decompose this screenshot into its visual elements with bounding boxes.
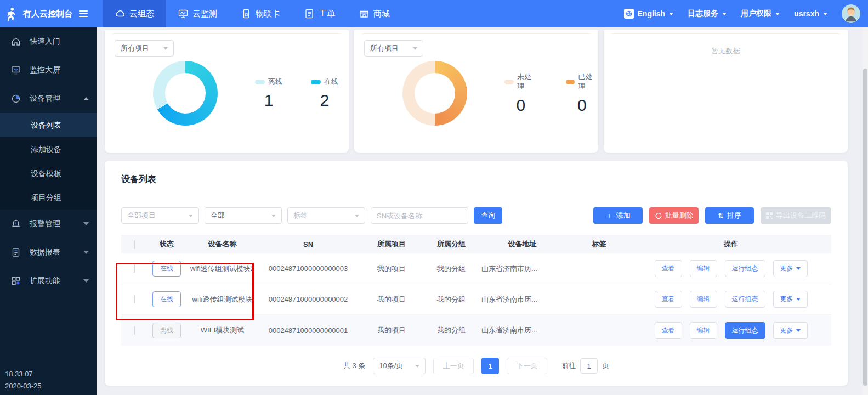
clock-time: 18:33:07 [5,368,42,380]
device-name: WIFI模块测试 [186,325,259,335]
col-sn: SN [259,240,358,249]
run-scada-button[interactable]: 运行组态 [725,291,765,308]
tab-cloud-scada[interactable]: 云组态 [103,0,166,27]
prev-page-button[interactable]: 上一页 [433,358,474,374]
legend-item-unhandled: 未处理 0 [504,72,537,115]
batch-delete-button[interactable]: 批量删除 [649,207,699,224]
page-size-select[interactable]: 10条/页 [373,358,426,374]
view-button[interactable]: 查看 [655,291,682,308]
brand-area: 有人云控制台 [0,7,97,21]
more-button[interactable]: 更多 [773,291,808,308]
cloud-icon [115,9,125,19]
sidebar-item-extend-func[interactable]: 扩展功能 [0,267,97,295]
legend-item-online: 在线 2 [311,77,338,110]
tab-mall[interactable]: 商城 [347,0,402,27]
run-scada-button[interactable]: 运行组态 [725,260,765,277]
status-badge: 在线 [152,291,181,307]
pagination: 共 3 条 10条/页 上一页 1 下一页 前往 页 [105,358,848,374]
top-navbar: 有人云控制台 云组态 云监 [0,0,868,27]
scrollbar-thumb[interactable] [863,69,867,386]
device-sn: 00024871000000000002 [259,295,358,303]
chevron-down-icon [415,365,419,370]
tab-iot-sim[interactable]: 物联卡 [229,0,292,27]
topbar-right: English 日志服务 用户权限 usrsxh [624,4,868,23]
goto-page-input[interactable] [580,358,598,374]
sidebar-item-project-group[interactable]: 项目分组 [0,185,97,210]
device-address: 山东省济南市历... [477,325,568,335]
col-operations: 操作 [631,239,831,249]
view-button[interactable]: 查看 [655,260,682,277]
chevron-down-icon [796,329,801,334]
tab-cloud-monitor[interactable]: 云监测 [166,0,229,27]
vertical-scrollbar[interactable] [863,27,868,395]
status-filter-select[interactable]: 全部 [205,207,282,224]
user-rights-menu[interactable]: 用户权限 [741,9,780,19]
chevron-down-icon [189,215,193,219]
sidebar-item-device-manage[interactable]: 设备管理 [0,84,97,113]
next-page-button[interactable]: 下一页 [507,358,547,374]
tab-work-order[interactable]: 工单 [292,0,347,27]
row-checkbox[interactable] [134,264,135,273]
worksheet-icon [304,9,314,19]
more-button[interactable]: 更多 [773,322,808,339]
handled-count: 0 [577,96,587,115]
sidebar-item-quick-start[interactable]: 快速入门 [0,27,97,56]
big-screen-icon [11,65,21,75]
device-name: wifi透传组测试模块2 [186,264,259,274]
more-button[interactable]: 更多 [773,260,808,277]
no-data-text: 暂无数据 [604,46,848,56]
view-button[interactable]: 查看 [655,322,682,339]
status-badge: 离线 [152,323,181,338]
device-sn: 00024871000000000003 [259,264,358,273]
run-scada-button[interactable]: 运行组态 [725,322,765,339]
avatar[interactable] [842,4,860,23]
chevron-down-icon [775,13,780,18]
sort-button[interactable]: ⇅ 排序 [705,207,754,224]
device-manage-submenu: 设备列表 添加设备 设备模板 项目分组 [0,113,97,210]
sidebar-item-data-report[interactable]: 数据报表 [0,238,97,267]
project-filter-select[interactable]: 全部项目 [121,207,199,224]
alarm-icon [11,219,21,229]
chevron-down-icon [796,267,801,272]
select-all-checkbox[interactable] [134,240,135,249]
shop-icon [359,9,369,19]
sidebar-item-device-list[interactable]: 设备列表 [0,113,97,137]
device-status-donut [153,61,218,126]
row-checkbox[interactable] [134,326,135,335]
device-status-project-select[interactable]: 所有项目 [115,40,174,57]
language-switcher[interactable]: English [624,9,674,19]
status-badge: 在线 [152,261,181,276]
edit-button[interactable]: 编辑 [690,260,717,277]
device-project: 我的项目 [358,325,426,335]
log-service-menu[interactable]: 日志服务 [688,9,727,19]
user-menu[interactable]: usrsxh [794,9,827,18]
legend-swatch [311,80,321,84]
edit-button[interactable]: 编辑 [690,291,717,308]
search-input[interactable] [371,207,468,224]
device-name: wifi透传组测试模块 [186,295,259,304]
device-table: 状态 设备名称 SN 所属项目 所属分组 设备地址 标签 操作 在线 wifi透… [121,235,831,346]
edit-button[interactable]: 编辑 [690,322,717,339]
row-checkbox[interactable] [134,295,135,303]
sim-card-icon [241,9,251,19]
chevron-down-icon [83,222,89,228]
sidebar-item-device-template[interactable]: 设备模板 [0,161,97,185]
add-device-button[interactable]: ＋ 添加 [593,207,643,224]
sidebar-item-big-screen[interactable]: 监控大屏 [0,56,97,84]
menu-toggle-icon[interactable] [79,10,88,17]
sidebar-item-alarm-manage[interactable]: 报警管理 [0,210,97,238]
export-qr-button[interactable]: 导出设备二维码 [761,207,831,224]
sidebar-item-add-device[interactable]: 添加设备 [0,137,97,161]
current-page-button[interactable]: 1 [481,358,499,374]
tag-filter-select[interactable]: 标签 [287,207,365,224]
query-button[interactable]: 查询 [474,207,502,224]
col-device-name: 设备名称 [186,239,259,249]
app-root: 有人云控制台 云组态 云监 [0,0,868,395]
col-address: 设备地址 [477,239,568,249]
legend-item-handled: 已处理 0 [566,72,599,115]
alarm-status-project-select[interactable]: 所有项目 [364,40,423,57]
plus-icon: ＋ [606,211,613,221]
col-project: 所属项目 [358,239,426,249]
sort-icon: ⇅ [718,212,724,220]
panel-title: 设备列表 [121,174,848,185]
